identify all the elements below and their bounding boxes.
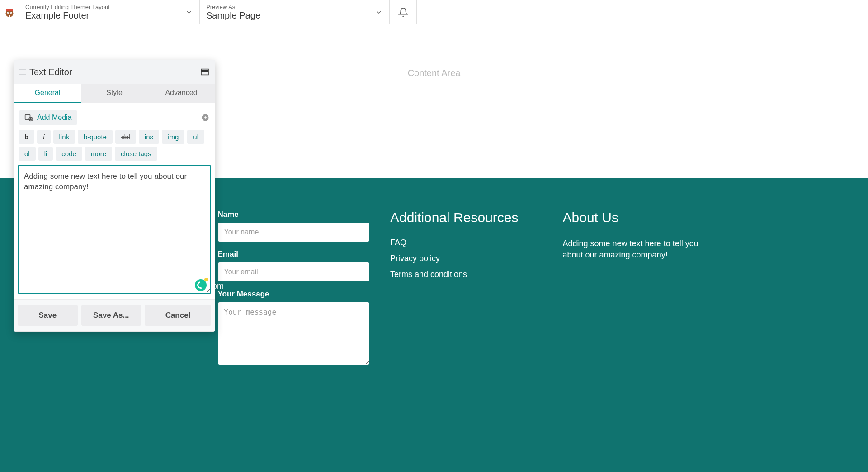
text-editor-panel: Text Editor General Style Advanced Add M…	[14, 60, 215, 332]
add-media-button[interactable]: Add Media	[19, 110, 77, 125]
beaver-logo[interactable]	[0, 0, 19, 24]
preview-canvas: Content Area om Name Email Your Message	[0, 24, 868, 472]
qt-bold[interactable]: b	[19, 130, 34, 144]
message-label: Your Message	[218, 290, 370, 299]
top-toolbar: Currently Editing Themer Layout Example …	[0, 0, 868, 24]
resources-title: Additional Resources	[390, 210, 542, 225]
footer-about: About Us Adding some new text here to te…	[563, 210, 715, 375]
notifications-button[interactable]	[390, 0, 417, 24]
about-title: About Us	[563, 210, 715, 225]
media-icon	[24, 113, 33, 122]
panel-title: Text Editor	[29, 67, 200, 77]
panel-header[interactable]: Text Editor	[14, 60, 215, 84]
preview-value: Sample Page	[206, 10, 260, 21]
email-label: Email	[218, 250, 370, 259]
chevron-down-icon	[185, 8, 193, 16]
cancel-button[interactable]: Cancel	[145, 305, 211, 326]
text-editor-textarea[interactable]	[18, 165, 211, 294]
qt-del[interactable]: del	[115, 130, 136, 144]
panel-tabs: General Style Advanced	[14, 84, 215, 103]
qt-code[interactable]: code	[56, 147, 82, 161]
editing-label: Currently Editing Themer Layout	[25, 4, 110, 10]
qt-ins[interactable]: ins	[139, 130, 159, 144]
svg-rect-7	[201, 69, 208, 75]
qt-italic[interactable]: i	[37, 130, 50, 144]
quicktags-toolbar: b i link b-quote del ins img ul ol li co…	[18, 130, 211, 165]
bell-icon	[398, 7, 408, 17]
message-textarea[interactable]	[218, 302, 370, 365]
qt-img[interactable]: img	[162, 130, 184, 144]
save-as-button[interactable]: Save As...	[81, 305, 142, 326]
svg-rect-5	[6, 9, 13, 11]
panel-actions: Save Save As... Cancel	[14, 299, 215, 331]
qt-close-tags[interactable]: close tags	[115, 147, 157, 161]
resources-link[interactable]: Privacy policy	[390, 254, 542, 263]
drag-handle-icon[interactable]	[19, 69, 26, 75]
grammarly-icon[interactable]	[195, 279, 207, 291]
preview-as-selector[interactable]: Preview As: Sample Page	[200, 0, 390, 24]
resources-link[interactable]: FAQ	[390, 238, 542, 248]
tab-general[interactable]: General	[14, 84, 81, 103]
tab-advanced[interactable]: Advanced	[148, 84, 215, 103]
qt-ul[interactable]: ul	[187, 130, 204, 144]
chevron-down-icon	[375, 8, 383, 16]
qt-li[interactable]: li	[38, 147, 53, 161]
footer-resources: Additional Resources FAQ Privacy policy …	[390, 210, 542, 375]
svg-marker-11	[30, 118, 32, 120]
svg-point-3	[8, 12, 9, 13]
plus-circle-icon[interactable]	[201, 114, 209, 122]
svg-rect-6	[9, 15, 10, 17]
toolbar-spacer	[417, 0, 868, 24]
maximize-icon[interactable]	[200, 68, 209, 76]
name-input[interactable]	[218, 223, 370, 242]
about-text: Adding some new text here to tell you ab…	[563, 238, 715, 261]
svg-point-4	[10, 12, 11, 13]
preview-label: Preview As:	[206, 4, 260, 10]
editing-layout-selector[interactable]: Currently Editing Themer Layout Example …	[19, 0, 200, 24]
footer-contact-form: Name Email Your Message	[218, 210, 370, 375]
qt-blockquote[interactable]: b-quote	[78, 130, 113, 144]
editing-value: Example Footer	[25, 10, 110, 21]
save-button[interactable]: Save	[18, 305, 78, 326]
qt-ol[interactable]: ol	[19, 147, 36, 161]
qt-more[interactable]: more	[85, 147, 112, 161]
resources-link[interactable]: Terms and conditions	[390, 270, 542, 279]
tab-style[interactable]: Style	[81, 84, 148, 103]
name-label: Name	[218, 210, 370, 219]
email-input[interactable]	[218, 262, 370, 281]
add-media-label: Add Media	[37, 114, 72, 122]
qt-link[interactable]: link	[53, 130, 75, 144]
